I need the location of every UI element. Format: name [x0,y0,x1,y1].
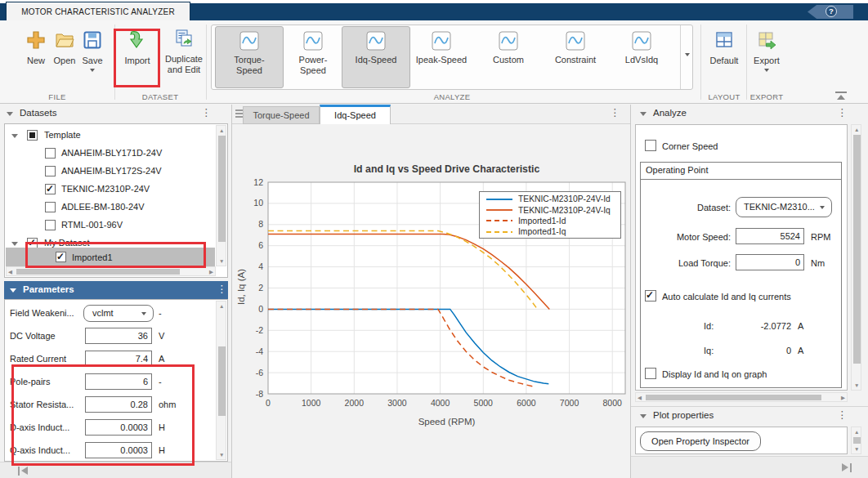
duplicate-and-edit-button[interactable]: Duplicate and Edit [160,28,208,75]
analyze-horizontal-scrollbar[interactable]: ◀ ▶ [635,392,848,402]
tab-label: Torque-Speed [253,110,309,120]
dataset-checkbox[interactable] [56,252,66,262]
parameters-menu-icon[interactable]: ⋮ [217,285,227,293]
gallery-constraint-button[interactable]: Constraint [541,26,610,88]
scrollbar-thumb[interactable] [853,437,861,444]
help-wedge[interactable]: ? [808,5,853,19]
iq-value: 0 [719,346,791,355]
tree-item-adlee-bm-180[interactable]: ADLEE-BM-180-24V [6,199,215,217]
op-dataset-dropdown[interactable]: TEKNIC-M2310... [736,197,832,217]
gallery-idq-speed-button[interactable]: Idq-Speed [342,26,410,88]
param-unit: - [159,377,162,386]
scrollbar-thumb[interactable] [646,395,821,400]
tree-item-imported1[interactable]: Imported1 [6,248,215,268]
scrollbar-thumb[interactable] [853,135,861,364]
tree-item-rtml-001[interactable]: RTML-001-96V [6,217,215,235]
export-button[interactable]: Export [749,29,785,72]
export-dropdown-caret-icon[interactable] [764,69,769,72]
document-menu-icon[interactable]: ⋮ [610,109,620,117]
new-button[interactable]: New [21,29,51,66]
scroll-up-icon[interactable]: ▲ [854,429,859,435]
curve-icon [566,31,585,52]
datasets-menu-icon[interactable]: ⋮ [201,109,212,117]
scroll-left-icon[interactable]: ◀ [638,395,642,400]
datasets-vertical-scrollbar[interactable]: ▲ ▼ [216,125,226,266]
tab-torque-speed[interactable]: Torque-Speed [243,106,320,124]
open-property-inspector-button[interactable]: Open Property Inspector [640,431,761,451]
dataset-checkbox[interactable] [45,202,56,212]
scroll-down-icon[interactable]: ▼ [219,258,224,264]
help-icon[interactable]: ? [825,6,837,17]
id-unit: A [798,321,803,331]
gallery-power-speed-button[interactable]: Power-Speed [280,26,346,88]
gallery-custom-button[interactable]: Custom [476,26,541,88]
pole-pairs-input[interactable]: 6 [85,373,152,390]
import-button[interactable]: Import [119,29,155,66]
auto-calculate-checkbox[interactable] [645,290,656,302]
datasets-horizontal-scrollbar[interactable]: ◀ ▶ [6,266,216,276]
dc-voltage-input[interactable]: 36 [85,328,152,344]
gallery-torque-speed-button[interactable]: Torque-Speed [215,26,284,88]
tree-item-anaheim-bly171d[interactable]: ANAHEIM-BLY171D-24V [6,145,215,163]
param-label: Q-axis Induct... [10,445,70,455]
stator-resistance-input[interactable]: 0.28 [85,396,152,413]
dataset-checkbox[interactable] [45,166,56,176]
scroll-down-icon[interactable]: ▼ [854,446,859,452]
open-button[interactable]: Open [51,29,78,66]
parameters-header[interactable]: Parameters ⋮ [4,281,228,299]
tab-idq-speed[interactable]: Idq-Speed [320,105,391,124]
q-axis-inductance-input[interactable]: 0.0003 [85,442,152,458]
d-axis-inductance-input[interactable]: 0.0003 [85,419,152,436]
parameters-vertical-scrollbar[interactable]: ▲ ▼ [216,301,226,460]
scroll-up-icon[interactable]: ▲ [854,127,859,132]
save-button[interactable]: Save [78,29,106,72]
analyze-menu-icon[interactable]: ⋮ [837,109,848,117]
gallery-ipeak-speed-button[interactable]: Ipeak-Speed [407,26,476,88]
collapse-right-panel-button[interactable] [842,463,853,472]
expand-caret-icon[interactable] [11,242,18,246]
corner-speed-checkbox[interactable] [645,140,656,151]
scroll-down-icon[interactable]: ▼ [219,452,224,458]
motor-speed-input[interactable]: 5524 [736,228,804,244]
tree-item-teknic-m2310p[interactable]: TEKNIC-M2310P-24V [6,181,215,199]
rated-current-input[interactable]: 7.4 [85,351,152,367]
field-weakening-dropdown[interactable]: vclmt [83,305,154,322]
scrollbar-thumb[interactable] [16,269,180,275]
svg-text:4000: 4000 [431,398,450,408]
tree-item-template[interactable]: Template [6,127,215,145]
gallery-overflow-button[interactable] [682,50,692,61]
app-tab[interactable]: MOTOR CHARACTERISTIC ANALYZER [6,2,190,20]
plot-properties-vertical-scrollbar[interactable]: ▲ ▼ [851,427,861,454]
dataset-checkbox[interactable] [45,184,56,194]
load-torque-input[interactable]: 0 [736,254,804,270]
scrollbar-thumb[interactable] [218,136,226,242]
gallery-ldvsidq-button[interactable]: LdVsIdq [609,26,674,88]
datasets-collapse-caret[interactable] [7,112,13,116]
scroll-up-icon[interactable]: ▲ [219,303,224,309]
plot-properties-menu-icon[interactable]: ⋮ [837,411,848,419]
scroll-down-icon[interactable]: ▼ [854,382,859,388]
scroll-right-icon[interactable]: ▶ [209,269,213,275]
left-bottom-strip [0,462,231,478]
scrollbar-thumb[interactable] [218,346,226,416]
svg-text:8: 8 [258,219,263,229]
expand-caret-icon[interactable] [11,134,18,138]
scroll-up-icon[interactable]: ▲ [219,127,224,133]
display-id-iq-checkbox[interactable] [645,368,656,379]
docked-grip-icon[interactable] [235,109,243,119]
parameters-collapse-caret[interactable] [10,288,16,293]
scroll-right-icon[interactable]: ▶ [841,395,845,400]
analyze-vertical-scrollbar[interactable]: ▲ ▼ [851,124,861,391]
chart-ylabel: Id, Iq (A) [236,250,246,324]
dataset-checkbox[interactable] [45,148,56,159]
dataset-checkbox[interactable] [45,220,56,230]
template-checkbox[interactable] [27,130,38,141]
scroll-left-icon[interactable]: ◀ [8,269,12,275]
analyze-collapse-caret[interactable] [640,112,647,116]
default-layout-button[interactable]: Default [703,29,745,66]
plot-properties-collapse-caret[interactable] [640,414,647,418]
tree-item-anaheim-bly172s[interactable]: ANAHEIM-BLY172S-24V [6,163,215,181]
collapse-left-panel-button[interactable] [18,467,29,476]
save-dropdown-caret-icon[interactable] [90,69,95,72]
collapse-toolstrip-button[interactable] [835,92,847,101]
